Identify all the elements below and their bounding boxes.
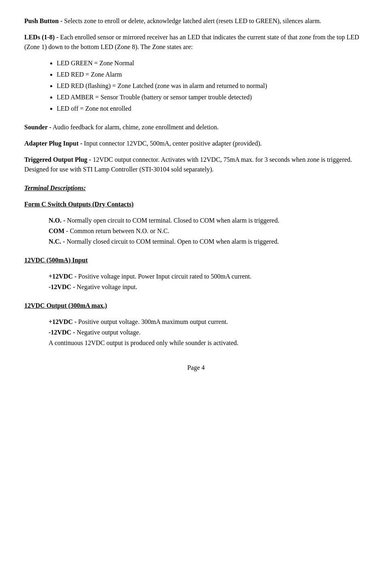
input-12vdc-section: 12VDC (500mA) Input +12VDC - Positive vo… — [24, 255, 368, 292]
nc-text: Normally closed circuit to COM terminal.… — [65, 238, 279, 245]
terminal-descriptions-heading: Terminal Descriptions: — [24, 183, 368, 193]
push-button-text: Selects zone to enroll or delete, acknow… — [62, 17, 321, 24]
form-c-heading-line: Form C Switch Outputs (Dry Contacts) — [24, 199, 368, 209]
no-term: N.O. - — [49, 217, 65, 224]
input-12vdc-heading: 12VDC (500mA) Input — [24, 257, 87, 264]
sounder-term: Sounder - — [24, 124, 51, 131]
list-item: LED GREEN = Zone Normal — [57, 58, 368, 68]
output-continuous-line: A continuous 12VDC output is produced on… — [49, 338, 368, 348]
list-item: LED RED (flashing) = Zone Latched (zone … — [57, 81, 368, 91]
input-pos-term: +12VDC - — [49, 273, 77, 280]
push-button-term: Push Button - — [24, 17, 62, 24]
sounder-text: Audio feedback for alarm, chime, zone en… — [51, 124, 219, 131]
input-pos-line: +12VDC - Positive voltage input. Power I… — [49, 272, 368, 281]
input-pos-text: Positive voltage input. Power Input circ… — [77, 273, 251, 280]
output-12vdc-details: +12VDC - Positive output voltage. 300mA … — [49, 317, 368, 348]
leds-section: LEDs (1-8) - Each enrolled sensor or mir… — [24, 32, 368, 114]
form-c-details: N.O. - Normally open circuit to COM term… — [49, 216, 368, 247]
output-pos-text: Positive output voltage. 300mA maximum o… — [77, 318, 228, 325]
nc-term: N.C. - — [49, 238, 65, 245]
output-12vdc-heading-line: 12VDC Output (300mA max.) — [24, 301, 368, 311]
com-text: Common return between N.O. or N.C. — [68, 227, 169, 234]
no-text: Normally open circuit to COM terminal. C… — [65, 217, 279, 224]
form-c-section: Form C Switch Outputs (Dry Contacts) N.O… — [24, 199, 368, 247]
input-neg-line: -12VDC - Negative voltage input. — [49, 282, 368, 292]
output-neg-text: Negative output voltage. — [75, 329, 141, 336]
triggered-section: Triggered Output Plug - 12VDC output con… — [24, 155, 368, 174]
output-12vdc-section: 12VDC Output (300mA max.) +12VDC - Posit… — [24, 301, 368, 348]
form-c-heading: Form C Switch Outputs (Dry Contacts) — [24, 201, 134, 208]
output-neg-line: -12VDC - Negative output voltage. — [49, 328, 368, 337]
input-neg-text: Negative voltage input. — [75, 283, 137, 290]
sounder-section: Sounder - Audio feedback for alarm, chim… — [24, 122, 368, 132]
input-12vdc-heading-line: 12VDC (500mA) Input — [24, 255, 368, 265]
push-button-section: Push Button - Selects zone to enroll or … — [24, 16, 368, 26]
adapter-term: Adapter Plug Input - — [24, 140, 82, 147]
nc-line: N.C. - Normally closed circuit to COM te… — [49, 237, 368, 247]
page-content: Push Button - Selects zone to enroll or … — [24, 16, 368, 371]
leds-text: Each enrolled sensor or mirrored receive… — [24, 34, 359, 50]
list-item: LED RED = Zone Alarm — [57, 70, 368, 79]
output-12vdc-heading: 12VDC Output (300mA max.) — [24, 302, 107, 309]
input-neg-term: -12VDC - — [49, 283, 75, 290]
output-continuous-text: A continuous 12VDC output is produced on… — [49, 339, 239, 346]
page-number: Page 4 — [187, 364, 205, 371]
output-neg-term: -12VDC - — [49, 329, 75, 336]
leds-intro: LEDs (1-8) - Each enrolled sensor or mir… — [24, 32, 368, 52]
output-pos-term: +12VDC - — [49, 318, 77, 325]
output-pos-line: +12VDC - Positive output voltage. 300mA … — [49, 317, 368, 327]
page-footer: Page 4 — [24, 364, 368, 371]
adapter-section: Adapter Plug Input - Input connector 12V… — [24, 139, 368, 148]
com-line: COM - Common return between N.O. or N.C. — [49, 226, 368, 236]
no-line: N.O. - Normally open circuit to COM term… — [49, 216, 368, 225]
com-term: COM - — [49, 227, 68, 234]
list-item: LED off = Zone not enrolled — [57, 104, 368, 114]
triggered-term: Triggered Output Plug - — [24, 156, 91, 163]
list-item: LED AMBER = Sensor Trouble (battery or s… — [57, 92, 368, 102]
input-12vdc-details: +12VDC - Positive voltage input. Power I… — [49, 272, 368, 292]
leds-term: LEDs (1-8) - — [24, 34, 58, 41]
adapter-text: Input connector 12VDC, 500mA, center pos… — [82, 140, 262, 147]
terminal-descriptions-label: Terminal Descriptions: — [24, 184, 86, 191]
leds-bullet-list: LED GREEN = Zone Normal LED RED = Zone A… — [57, 58, 368, 114]
